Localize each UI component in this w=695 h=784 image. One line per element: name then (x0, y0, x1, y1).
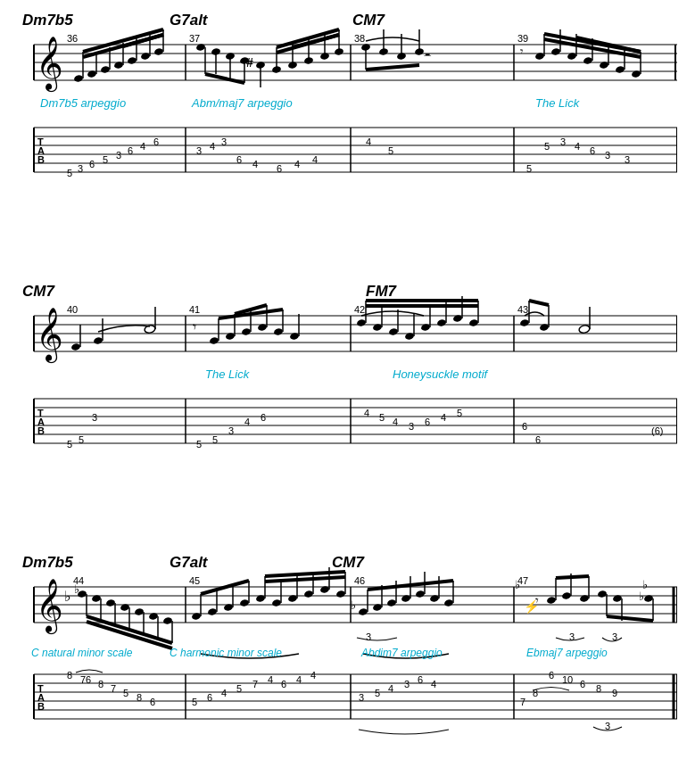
note (153, 47, 163, 55)
note (583, 56, 592, 64)
tab-slur (533, 688, 569, 691)
note (468, 318, 478, 326)
note (207, 607, 217, 615)
tab-num: 3 (625, 154, 630, 165)
note (239, 598, 249, 607)
flat-note: ♭ (515, 578, 520, 591)
note (93, 336, 103, 344)
tab-num: 3 (116, 150, 121, 161)
treble-clef-3: 𝄞 (36, 579, 63, 635)
tab-num: 5 (79, 434, 84, 445)
tab-num: 5 (196, 439, 202, 450)
measure-38: 38 (354, 33, 365, 44)
annotation-the-lick-1: The Lick (535, 96, 581, 110)
system-1-svg: Dm7b5 G7alt CM7 𝄞 36 37 38 39 (18, 9, 677, 268)
system-3-svg: Dm7b5 G7alt CM7 𝄞 ♭ 44 45 46 (18, 551, 677, 784)
tab-num: 5 (67, 439, 72, 450)
note (356, 318, 366, 326)
beam (366, 65, 419, 70)
tab-num: 5 (236, 683, 242, 694)
tab-num: 6 (281, 679, 286, 689)
tab-num: 4 (393, 417, 398, 427)
note (335, 590, 345, 598)
tab-bracket (359, 730, 449, 734)
tab-num: 4 (268, 674, 273, 685)
tab-num: 5 (526, 163, 532, 174)
beam (556, 576, 589, 578)
flat: ♭ (64, 589, 71, 604)
tab-num: 4 (366, 136, 371, 147)
note (134, 607, 144, 615)
tab-num: 4 (221, 688, 227, 698)
slur (366, 37, 419, 41)
tab-num: 7 (520, 697, 525, 707)
tab-num: 3 (221, 136, 227, 147)
tab-num: 4 (310, 670, 316, 681)
chord-fm7: FM7 (366, 283, 398, 300)
tab-num: 4 (294, 159, 300, 169)
tab-num: 6 (522, 421, 527, 432)
tab-num: 7 (252, 679, 258, 689)
note (546, 596, 556, 604)
tab-num: 4 (312, 154, 318, 165)
tab-num: 8 (137, 692, 142, 703)
tab-num: 8 (596, 683, 601, 694)
tab-num: 6 (153, 136, 159, 147)
note (73, 74, 83, 82)
note (127, 56, 137, 64)
beam (607, 616, 653, 621)
note (388, 327, 398, 335)
tab-num: 4 (210, 141, 215, 152)
tab-num: (6) (651, 425, 663, 436)
note (303, 590, 313, 598)
measure-39: 39 (517, 33, 528, 44)
tab-num: 5 (375, 688, 380, 698)
measure-37: 37 (189, 33, 200, 44)
tab-num: 4 (575, 141, 580, 152)
chord-dm7b5-3: Dm7b5 (22, 554, 73, 571)
tab-num: 3 (92, 412, 97, 423)
tab-num: 4 (364, 408, 369, 418)
beam (529, 301, 549, 305)
tab-num: 5 (103, 154, 108, 165)
page: Dm7b5 G7alt CM7 𝄞 36 37 38 39 (0, 0, 695, 784)
note (273, 327, 283, 335)
note (386, 598, 396, 607)
note (241, 327, 251, 335)
tab-num: 5 (192, 697, 197, 707)
tab-num: 3 (196, 145, 202, 156)
tab-num: 76 (80, 674, 91, 685)
tab-num: 4 (244, 417, 250, 427)
tab-num: 4 (296, 674, 302, 685)
tab-num: 3 (404, 679, 410, 689)
tab-num: 6 (207, 692, 212, 703)
chord-g7alt-3: G7alt (170, 554, 209, 571)
annotation-c-harmonic: C harmonic minor scale (170, 647, 282, 659)
note (358, 607, 368, 615)
tab-num: 5 (457, 408, 462, 418)
slur (98, 326, 150, 332)
tab-num: 8 (98, 679, 103, 689)
tab-num: 7 (111, 683, 116, 694)
system-2-svg: CM7 FM7 𝄞 40 41 42 43 (18, 280, 677, 539)
measure-40: 40 (67, 304, 78, 315)
tab-num: 6 (590, 145, 595, 156)
tab-num: 4 (441, 412, 446, 423)
treble-clef-2: 𝄞 (36, 308, 63, 364)
tab-num: 6 (277, 163, 282, 174)
measure-36: 36 (67, 33, 78, 44)
tab-num: 6 (150, 697, 155, 707)
chord-dm7b5: Dm7b5 (22, 12, 73, 29)
measure-45: 45 (189, 575, 200, 586)
tab-num: 4 (431, 679, 436, 689)
measure-46: 46 (354, 575, 365, 586)
beam (265, 577, 345, 582)
rest-marker: 𝄾 (520, 49, 524, 54)
note (443, 598, 453, 607)
tab-num: 6 (580, 679, 585, 689)
tab-slur (76, 670, 103, 673)
tab-label-3: B (37, 154, 45, 165)
note (436, 318, 446, 326)
system-1: Dm7b5 G7alt CM7 𝄞 36 37 38 39 (18, 9, 677, 271)
chord-cm7-1: CM7 (352, 12, 385, 29)
